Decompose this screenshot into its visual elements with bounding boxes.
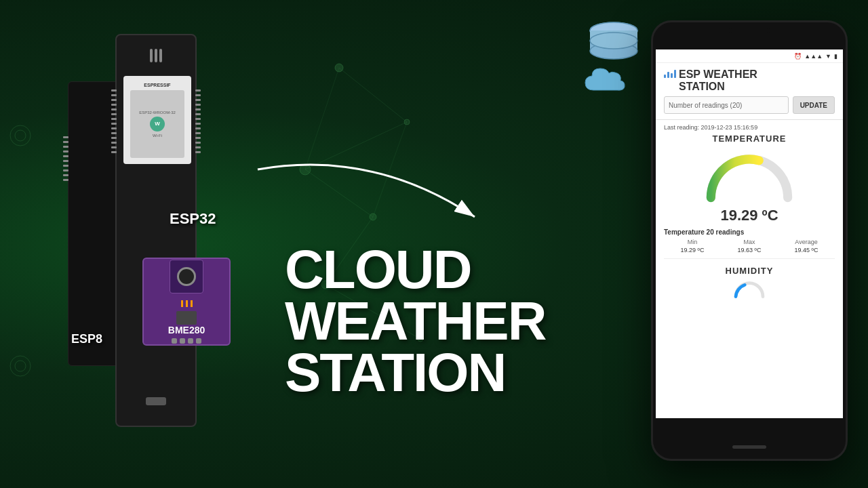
humidity-section: HUMIDITY xyxy=(664,258,835,299)
last-reading-label: Last reading: xyxy=(664,124,699,131)
pin-dot xyxy=(196,338,201,344)
signal-icon: ▲▲▲ xyxy=(804,53,823,60)
pin xyxy=(111,127,117,129)
phone-container: ⏰ ▲▲▲ ▼ ▮ ESP WEAT xyxy=(651,20,848,461)
pin-dot xyxy=(172,338,177,344)
bme280-line xyxy=(191,300,193,307)
app-header: ESP WEATHER STATION Number of readings (… xyxy=(656,63,843,120)
pin xyxy=(195,108,201,110)
pin xyxy=(63,179,68,181)
pin xyxy=(63,141,68,143)
stats-row: 19.29 ºC 19.63 ºC 19.45 ºC xyxy=(664,246,835,254)
phone-body: ⏰ ▲▲▲ ▼ ▮ ESP WEAT xyxy=(651,20,848,461)
pin xyxy=(63,146,68,148)
phone-status-bar: ⏰ ▲▲▲ ▼ ▮ xyxy=(656,49,843,63)
bme280-lines xyxy=(181,300,193,307)
module-text: ESP32-WROOM-32 xyxy=(139,110,176,115)
phone-screen: ⏰ ▲▲▲ ▼ ▮ ESP WEAT xyxy=(656,49,843,418)
phone-home-bar xyxy=(732,445,766,449)
title-section: CLOUD WEATHER STATION xyxy=(285,244,545,399)
pin xyxy=(195,113,201,115)
status-time: ⏰ xyxy=(794,53,802,60)
pin xyxy=(63,165,68,167)
pin xyxy=(111,118,117,120)
gauge-container xyxy=(664,146,835,204)
title-text: CLOUD WEATHER STATION xyxy=(285,244,545,399)
app-title-row: ESP WEATHER STATION xyxy=(664,68,835,96)
bme280-line xyxy=(186,300,188,307)
stats-title: Temperature 20 readings xyxy=(664,228,835,236)
pin xyxy=(111,89,117,92)
pin xyxy=(63,150,68,152)
app-title: ESP WEATHER STATION xyxy=(679,68,757,92)
bme280-bottom-pins xyxy=(172,338,201,344)
pin-dot xyxy=(180,338,185,344)
update-button[interactable]: UPDATE xyxy=(793,96,835,114)
readings-input[interactable]: Number of readings (20) xyxy=(664,96,789,114)
usb-connector xyxy=(146,397,166,405)
stats-table: Min Max Average 19.29 ºC 19.63 ºC 19.45 … xyxy=(664,238,835,254)
bar4 xyxy=(674,70,676,78)
pin xyxy=(111,146,117,148)
pin xyxy=(195,104,201,106)
bme280-module: BME280 xyxy=(142,258,231,346)
esp32-board: ESPRESSIF ESP32-WROOM-32 W Wi-Fi xyxy=(115,34,197,427)
pin xyxy=(195,132,201,134)
bar1 xyxy=(664,75,666,78)
pin xyxy=(63,169,68,171)
app-controls: Number of readings (20) UPDATE xyxy=(664,96,835,114)
bme280-label: BME280 xyxy=(168,325,205,336)
wifi-status-icon: ▼ xyxy=(825,53,831,60)
pin xyxy=(63,155,68,157)
stats-header-min: Min xyxy=(664,238,721,246)
pin xyxy=(195,151,201,153)
pin xyxy=(63,136,68,138)
bar3 xyxy=(671,73,673,78)
antenna-line xyxy=(159,49,162,62)
espressif-label: ESPRESSIF xyxy=(144,83,170,87)
bar-chart-icon xyxy=(664,68,676,78)
pin xyxy=(111,94,117,96)
pin xyxy=(195,94,201,96)
cloud-db-section xyxy=(583,20,644,98)
pin xyxy=(195,123,201,125)
pin xyxy=(111,113,117,115)
pin xyxy=(195,99,201,101)
pin xyxy=(63,160,68,162)
title-line3: STATION xyxy=(285,342,505,403)
esp8-label: ESP8 xyxy=(71,332,102,346)
stats-max-value: 19.63 ºC xyxy=(721,246,778,254)
pin xyxy=(63,174,68,176)
bar2 xyxy=(667,72,669,78)
phone-notch xyxy=(729,28,770,33)
antenna xyxy=(146,49,166,69)
wifi-symbol: W xyxy=(150,117,165,131)
app-title-line1: ESP WEATHER xyxy=(679,68,757,81)
last-reading: Last reading: 2019-12-23 15:16:59 xyxy=(664,124,835,131)
humidity-gauge xyxy=(664,279,835,299)
pin xyxy=(111,104,117,106)
app-content: Last reading: 2019-12-23 15:16:59 TEMPER… xyxy=(656,120,843,303)
readings-input-value: Number of readings (20) xyxy=(669,102,742,109)
pin xyxy=(195,142,201,144)
temperature-section-title: TEMPERATURE xyxy=(664,134,835,144)
pin xyxy=(195,89,201,92)
pin xyxy=(111,123,117,125)
pin-dot xyxy=(188,338,193,344)
bme280-line xyxy=(181,300,183,307)
stats-min-value: 19.29 ºC xyxy=(664,246,721,254)
pin xyxy=(195,137,201,139)
wifi-text: Wi-Fi xyxy=(153,134,162,138)
app-title-line2: STATION xyxy=(679,81,757,93)
pin xyxy=(111,137,117,139)
pin xyxy=(111,142,117,144)
stats-header-avg: Average xyxy=(778,238,835,246)
pin xyxy=(111,99,117,101)
stats-header-max: Max xyxy=(721,238,778,246)
database-icon xyxy=(583,20,644,68)
antenna-line xyxy=(155,49,157,62)
pin xyxy=(111,108,117,110)
temperature-gauge xyxy=(695,146,804,204)
pin xyxy=(195,118,201,120)
pin xyxy=(111,132,117,134)
